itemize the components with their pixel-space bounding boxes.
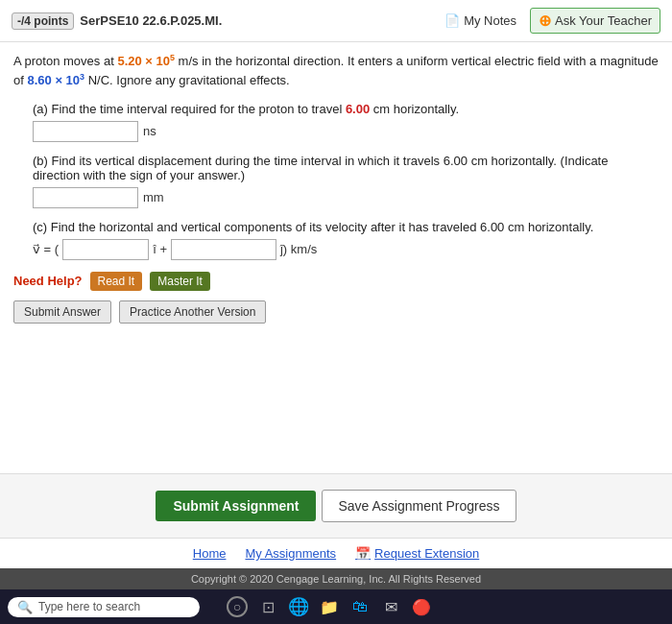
my-notes-label: My Notes <box>464 13 516 28</box>
part-a-label: (a) Find the time interval required for … <box>33 102 659 116</box>
windows-start-icon[interactable]: ○ <box>227 596 248 617</box>
speed-value: 5.20 × 105 <box>117 54 175 68</box>
notes-doc-icon: 📄 <box>444 13 460 28</box>
part-b-input-row: mm <box>33 187 659 208</box>
taskbar-search-box[interactable]: 🔍 Type here to search <box>8 597 200 617</box>
request-extension-label: Request Extension <box>374 546 479 561</box>
part-c-vector-row: v⃗ = ( î + ĵ) km/s <box>33 239 659 260</box>
ask-teacher-label: Ask Your Teacher <box>555 13 652 28</box>
copyright-text: Copyright © 2020 Cengage Learning, Inc. … <box>191 573 481 585</box>
save-progress-button[interactable]: Save Assignment Progress <box>322 490 516 522</box>
footer-nav: Home My Assignments 📅 Request Extension <box>0 538 672 568</box>
part-a-unit: ns <box>143 124 156 138</box>
taskbar-search-icon: 🔍 <box>17 600 33 614</box>
points-badge: -/4 points <box>12 12 74 30</box>
practice-another-button[interactable]: Practice Another Version <box>119 300 266 324</box>
taskbar-icons: ○ ⊡ 🌐 📁 🛍 ✉ 🔴 <box>227 596 432 617</box>
read-it-button[interactable]: Read It <box>90 272 143 291</box>
top-header: -/4 points SerPSE10 22.6.P.025.MI. 📄 My … <box>0 0 672 42</box>
master-it-button[interactable]: Master It <box>150 272 210 291</box>
part-c-i-input[interactable] <box>62 239 149 260</box>
part-b-input[interactable] <box>33 187 138 208</box>
part-c-section: (c) Find the horizontal and vertical com… <box>13 220 659 260</box>
file-explorer-icon[interactable]: 📁 <box>319 596 340 617</box>
copyright-bar: Copyright © 2020 Cengage Learning, Inc. … <box>0 568 672 589</box>
vector-symbol: v⃗ = ( <box>33 242 59 256</box>
store-icon[interactable]: 🛍 <box>349 596 371 617</box>
part-c-label: (c) Find the horizontal and vertical com… <box>33 220 659 234</box>
assignment-buttons-area: Submit Assignment Save Assignment Progre… <box>0 473 672 538</box>
need-help-label: Need Help? <box>13 274 83 288</box>
need-help-section: Need Help? Read It Master It <box>13 272 659 291</box>
j-hat-symbol: ĵ) km/s <box>280 242 317 256</box>
request-extension-link[interactable]: 📅 Request Extension <box>355 546 479 561</box>
submit-row: Submit Answer Practice Another Version <box>13 300 659 324</box>
task-view-icon[interactable]: ⊡ <box>257 596 278 617</box>
ask-teacher-button[interactable]: ⊕ Ask Your Teacher <box>530 8 660 34</box>
plus-icon: ⊕ <box>539 12 551 30</box>
part-a-distance: 6.00 <box>346 102 370 116</box>
taskbar-search-text: Type here to search <box>38 600 140 613</box>
main-container: -/4 points SerPSE10 22.6.P.025.MI. 📄 My … <box>0 0 672 624</box>
part-b-unit: mm <box>143 190 164 204</box>
content-area: A proton moves at 5.20 × 105 m/s in the … <box>0 42 672 473</box>
mail-icon[interactable]: ✉ <box>380 596 401 617</box>
problem-id: SerPSE10 22.6.P.025.MI. <box>80 13 222 28</box>
part-a-section: (a) Find the time interval required for … <box>13 102 659 142</box>
header-left: -/4 points SerPSE10 22.6.P.025.MI. <box>12 12 222 30</box>
my-assignments-link[interactable]: My Assignments <box>245 546 336 561</box>
field-value: 8.60 × 103 <box>27 73 84 87</box>
header-right: 📄 My Notes ⊕ Ask Your Teacher <box>444 8 660 34</box>
submit-answer-button[interactable]: Submit Answer <box>13 300 111 324</box>
part-b-section: (b) Find its vertical displacement durin… <box>13 154 659 208</box>
chrome-icon[interactable]: 🔴 <box>411 596 432 617</box>
problem-statement: A proton moves at 5.20 × 105 m/s in the … <box>13 52 659 90</box>
part-b-label: (b) Find its vertical displacement durin… <box>33 154 659 182</box>
submit-assignment-button[interactable]: Submit Assignment <box>156 491 316 521</box>
taskbar: 🔍 Type here to search ○ ⊡ 🌐 📁 🛍 ✉ 🔴 <box>0 589 672 624</box>
home-link[interactable]: Home <box>193 546 227 561</box>
edge-browser-icon[interactable]: 🌐 <box>288 596 309 617</box>
part-a-input[interactable] <box>33 121 138 142</box>
part-a-input-row: ns <box>33 121 659 142</box>
part-c-j-input[interactable] <box>171 239 276 260</box>
my-notes-button[interactable]: 📄 My Notes <box>444 13 516 28</box>
i-hat-symbol: î + <box>153 242 167 256</box>
calendar-icon: 📅 <box>355 546 371 561</box>
